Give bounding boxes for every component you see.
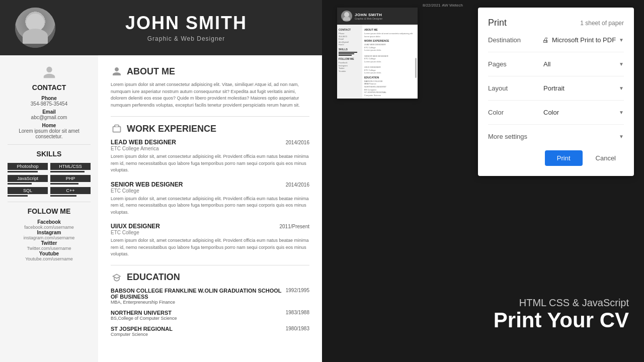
layout-dropdown[interactable]: Portrait ▼	[543, 84, 624, 92]
skill-name-htmlcss: HTML/CSS	[50, 163, 91, 170]
skill-cpp: C++	[50, 187, 91, 197]
print-button[interactable]: Print	[545, 150, 583, 166]
social-name-youtube: Youtube	[8, 251, 91, 256]
skills-section-title: SKILLS	[8, 150, 91, 158]
job-header-3: UI/UX DESIGNER 2011/Present	[111, 223, 309, 230]
contact-icon	[42, 65, 56, 79]
job-desc-3: Lorem ipsum dolor sit, amet consectetur …	[111, 237, 309, 258]
edu-name-3: ST JOSPEH REGIONAL	[111, 326, 173, 332]
job-title-3: UI/UX DESIGNER	[111, 223, 160, 230]
cv-small-follow-text: FacebookInstagramTwitterYoutube	[339, 61, 361, 72]
social-url-twitter: Twitter.com/username	[8, 246, 91, 251]
skill-name-js: JavaScript	[8, 175, 48, 182]
cv-small-bar-2	[339, 53, 354, 54]
job-title-2: SENIOR WEB DESIGNER	[111, 181, 183, 188]
skill-row-2: JavaScript PHP	[8, 175, 91, 185]
home-value: Lorem ipsum dolor sit amet consectetur.	[8, 128, 91, 139]
social-facebook: Facebook facebook.com/username	[8, 219, 91, 230]
job-desc-1: Lorem ipsum dolor sit, amet consectetur …	[111, 153, 309, 174]
job-header-1: LEAD WEB DESIGNER 2014/2016	[111, 139, 309, 146]
skill-name-cpp: C++	[50, 187, 91, 194]
social-name-facebook: Facebook	[8, 219, 91, 225]
follow-section: FOLLOW ME Facebook facebook.com/username…	[8, 207, 91, 261]
printer-icon: 🖨	[542, 36, 549, 44]
more-settings-label: More settings	[488, 133, 527, 140]
pages-dropdown[interactable]: All ▼	[543, 60, 624, 68]
education-title: EDUCATION	[127, 272, 180, 283]
cv-header: JOHN SMITH Graphic & Web Designer	[0, 0, 322, 55]
education-heading: EDUCATION	[111, 272, 309, 284]
bottom-text-area: HTML CSS & JavaScript Print Your CV	[494, 297, 629, 332]
edu-header-3: ST JOSPEH REGIONAL 1980/1983	[111, 326, 309, 332]
cv-small-main: ABOUT ME Lorem ipsum dolor sit amet cons…	[362, 25, 418, 99]
job-entry-1: LEAD WEB DESIGNER 2014/2016 ETC College …	[111, 139, 309, 174]
more-settings-row[interactable]: More settings ▼	[488, 133, 624, 140]
social-url-instagram: instagram.com/username	[8, 235, 91, 240]
layout-label: Layout	[488, 84, 533, 92]
job-date-1: 2014/2016	[286, 140, 309, 145]
job-entry-2: SENIOR WEB DESIGNER 2014/2016 ETC Colleg…	[111, 181, 309, 216]
color-chevron-icon: ▼	[619, 110, 624, 115]
edu-entry-2: NORTHERN UNIVERST 1983/1988 BS,College o…	[111, 310, 309, 321]
cv-body: CONTACT Phone 354-9875-35454 Email abc@g…	[0, 55, 322, 362]
cv-full-name: JOHN SMITH	[65, 13, 307, 33]
cv-small-bar-3	[339, 55, 352, 56]
skill-bar-php	[50, 183, 78, 185]
job-company-1: ETC College America	[111, 146, 309, 151]
cancel-button[interactable]: Cancel	[588, 150, 624, 166]
phone-label: Phone	[8, 96, 91, 101]
cv-small-contact-text: Phone354-9875Emailabc@gmailHome	[339, 32, 361, 46]
skill-bar-photoshop	[8, 171, 38, 172]
job-title-1: LEAD WEB DESIGNER	[111, 139, 176, 146]
edu-date-3: 1980/1983	[286, 326, 309, 332]
print-dialog-footer: Print Cancel	[488, 150, 624, 166]
email-value: abc@gmail.com	[8, 115, 91, 120]
social-youtube: Youtube Youtube.com/username	[8, 251, 91, 261]
cv-small-work-text: LEAD WEB DESIGNERETC CollegeLorem ipsum …	[364, 43, 416, 74]
phone-value: 354-9875-35454	[8, 101, 91, 107]
cv-preview-small: JOHN SMITH Graphic & Web Designer CONTAC…	[337, 8, 418, 99]
edu-sub-1: MBA, Enterpreneurship Finance	[111, 300, 309, 305]
cv-small-edu: EDUCATION	[364, 76, 416, 79]
skill-name-sql: SQL	[8, 187, 48, 194]
cv-small-header: JOHN SMITH Graphic & Web Designer	[337, 8, 418, 25]
work-heading: WORK EXPERIENCE	[111, 123, 309, 135]
cv-small-avatar	[341, 11, 352, 22]
skill-photoshop: Photoshop	[8, 163, 48, 172]
color-dropdown[interactable]: Color ▼	[543, 109, 624, 116]
skill-bar-sql	[8, 195, 28, 197]
pages-chevron-icon: ▼	[619, 61, 624, 67]
email-label: Email	[8, 109, 91, 115]
bottom-subtitle: HTML CSS & JavaScript	[494, 297, 629, 309]
about-heading: ABOUT ME	[111, 65, 309, 77]
skill-name-photoshop: Photoshop	[8, 163, 48, 170]
print-sheet-info: 1 sheet of paper	[580, 20, 624, 27]
cv-header-name-area: JOHN SMITH Graphic & Web Designer	[65, 13, 307, 42]
skill-bar-js	[8, 183, 32, 185]
cv-job-title: Graphic & Web Designer	[65, 35, 307, 42]
education-icon	[111, 272, 123, 284]
skill-row-1: Photoshop HTML/CSS	[8, 163, 91, 172]
job-date-3: 2011/Present	[280, 224, 310, 229]
skill-bar-htmlcss	[50, 171, 85, 172]
edu-entry-1: BABSON COLLEGE FRANKLINE W.OLIN GRADUATI…	[111, 288, 309, 305]
job-entry-3: UI/UX DESIGNER 2011/Present ETC College …	[111, 223, 309, 258]
social-twitter: Twitter Twitter.com/username	[8, 240, 91, 251]
scrollbar-hint	[415, 58, 417, 78]
print-dialog-header: Print 1 sheet of paper	[488, 18, 624, 28]
pages-value: All	[543, 60, 550, 68]
color-value: Color	[543, 109, 559, 116]
cv-small-name: JOHN SMITH	[355, 13, 382, 17]
right-panel: 8/22/2021 AW Wetech JOHN SMITH Graphic &…	[322, 0, 644, 362]
cv-preview-large: JOHN SMITH Graphic & Web Designer CONTAC…	[0, 0, 322, 362]
social-url-facebook: facebook.com/username	[8, 225, 91, 230]
cv-small-contact-title: CONTACT	[339, 28, 361, 31]
layout-chevron-icon: ▼	[619, 85, 624, 91]
edu-sub-2: BS,College of Computer Science	[111, 316, 309, 321]
social-url-youtube: Youtube.com/username	[8, 256, 91, 261]
destination-dropdown[interactable]: 🖨 Microsoft Print to PDF ▼	[542, 36, 624, 44]
job-desc-2: Lorem ipsum dolor sit, amet consectetur …	[111, 196, 309, 216]
home-label: Home	[8, 123, 91, 128]
print-pages-row: Pages All ▼	[488, 60, 624, 76]
cv-small-name-area: JOHN SMITH Graphic & Web Designer	[355, 13, 382, 20]
